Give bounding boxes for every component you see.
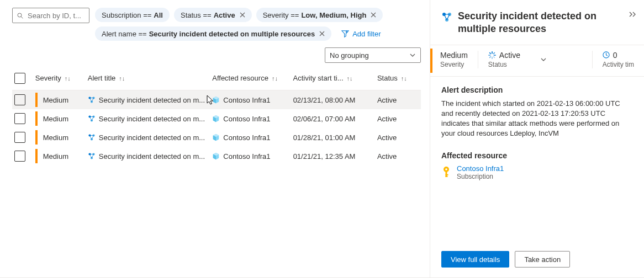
column-header-title[interactable]: Alert title↑↓: [88, 74, 212, 82]
clock-icon: [603, 51, 610, 58]
close-icon[interactable]: [240, 11, 245, 19]
security-incident-icon: [88, 133, 96, 141]
activity-cell: 01/28/21, 01:00 AM: [293, 133, 377, 142]
description-text: The incident which started on 2021-02-13…: [441, 99, 633, 139]
filter-value: Low, Medium, High: [301, 11, 366, 19]
row-checkbox[interactable]: [14, 113, 25, 124]
severity-cell: Medium: [43, 96, 88, 104]
filter-pill-status[interactable]: Status == Active: [174, 8, 252, 22]
column-header-status[interactable]: Status↑↓: [377, 74, 421, 82]
chevron-down-icon[interactable]: [540, 56, 547, 63]
activity-cell: 02/06/21, 07:00 AM: [293, 115, 377, 123]
resource-cell: Contoso Infra1: [212, 152, 293, 161]
title-cell: Security incident detected on m...: [88, 152, 212, 161]
sort-icon: ↑↓: [401, 75, 407, 82]
description-heading: Alert description: [441, 85, 633, 94]
severity-label: Severity: [440, 61, 468, 68]
title-cell: Security incident detected on m...: [88, 96, 212, 104]
svg-line-47: [493, 52, 494, 54]
resource-cube-icon: [212, 96, 220, 104]
filter-icon: [341, 30, 349, 38]
search-input-wrapper[interactable]: [12, 8, 89, 23]
security-incident-icon: [88, 96, 96, 104]
status-cell: Active: [377, 152, 421, 161]
close-icon[interactable]: [319, 30, 325, 38]
svg-rect-53: [446, 176, 448, 177]
svg-point-0: [18, 13, 22, 17]
status-cell: Active: [377, 96, 421, 104]
severity-bar: [35, 93, 38, 107]
severity-cell: Medium: [43, 133, 88, 142]
resource-cell: Contoso Infra1: [212, 133, 293, 142]
title-cell: Security incident detected on m...: [88, 133, 212, 142]
resource-cube-icon: [212, 133, 220, 141]
filter-label: Subscription ==: [102, 11, 151, 19]
column-header-resource[interactable]: Affected resource↑↓: [212, 74, 293, 82]
resource-cube-icon: [212, 152, 220, 160]
search-input[interactable]: [27, 11, 85, 20]
security-incident-icon: [88, 115, 96, 122]
row-checkbox[interactable]: [14, 132, 25, 143]
activity-label: Activity tim: [603, 61, 634, 68]
activity-cell: 01/21/21, 12:35 AM: [293, 152, 377, 161]
filter-label: Status ==: [181, 11, 212, 19]
table-row[interactable]: MediumSecurity incident detected on m...…: [12, 147, 421, 165]
add-filter-button[interactable]: Add filter: [336, 26, 386, 41]
sort-icon: ↑↓: [347, 75, 353, 82]
sort-icon: ↑↓: [119, 75, 125, 82]
sort-icon: ↑↓: [272, 75, 278, 82]
view-full-details-button[interactable]: View full details: [441, 251, 509, 268]
svg-rect-52: [446, 174, 448, 175]
column-header-activity[interactable]: Activity start ti...↑↓: [293, 74, 377, 82]
severity-bar: [35, 149, 38, 163]
close-icon[interactable]: [371, 11, 376, 19]
grouping-select[interactable]: No grouping: [325, 47, 421, 63]
severity-cell: Medium: [43, 115, 88, 123]
panel-title: Security incident detected on multiple r…: [458, 10, 620, 36]
svg-point-50: [445, 168, 447, 170]
take-action-button[interactable]: Take action: [515, 251, 570, 268]
svg-line-46: [489, 56, 490, 57]
svg-line-45: [493, 56, 494, 57]
collapse-panel-button[interactable]: [629, 11, 636, 19]
table-row[interactable]: MediumSecurity incident detected on m...…: [12, 90, 421, 109]
resource-type: Subscription: [457, 173, 504, 180]
alerts-table: Severity↑↓ Alert title↑↓ Affected resour…: [12, 66, 421, 165]
row-checkbox[interactable]: [14, 151, 25, 162]
detail-panel: Security incident detected on multiple r…: [430, 0, 644, 277]
status-label: Status: [488, 61, 520, 68]
filter-value: Security incident detected on multiple r…: [149, 30, 315, 38]
filter-pill-severity[interactable]: Severity == Low, Medium, High: [256, 8, 383, 22]
resource-cell: Contoso Infra1: [212, 96, 293, 104]
resource-name: Contoso Infra1: [457, 164, 504, 173]
filter-value: All: [154, 11, 163, 19]
table-row[interactable]: MediumSecurity incident detected on m...…: [12, 128, 421, 147]
status-value: Active: [499, 51, 520, 60]
filter-label: Severity ==: [263, 11, 299, 19]
key-icon: [441, 166, 451, 178]
activity-value: 0: [613, 51, 617, 60]
select-all-checkbox[interactable]: [14, 73, 25, 84]
filter-value: Active: [214, 11, 235, 19]
search-icon: [17, 12, 23, 19]
title-cell: Security incident detected on m...: [88, 115, 212, 123]
filter-label: Alert name ==: [102, 30, 147, 38]
severity-cell: Medium: [43, 152, 88, 161]
severity-value: Medium: [440, 51, 468, 60]
grouping-value: No grouping: [330, 51, 369, 60]
add-filter-label: Add filter: [352, 30, 381, 38]
svg-line-44: [489, 52, 490, 54]
security-incident-icon: [441, 12, 452, 23]
sort-icon: ↑↓: [65, 75, 71, 82]
table-row[interactable]: MediumSecurity incident detected on m...…: [12, 109, 421, 128]
severity-bar: [35, 130, 38, 145]
row-checkbox[interactable]: [14, 94, 25, 105]
affected-resource-item[interactable]: Contoso Infra1 Subscription: [441, 164, 633, 180]
column-header-severity[interactable]: Severity↑↓: [35, 74, 88, 82]
filter-pill-alertname[interactable]: Alert name == Security incident detected…: [95, 26, 331, 41]
affected-resource-heading: Affected resource: [441, 151, 633, 160]
security-incident-icon: [88, 152, 96, 160]
filter-pill-subscription[interactable]: Subscription == All: [95, 8, 170, 22]
status-cell: Active: [377, 115, 421, 123]
chevron-down-icon: [409, 52, 416, 58]
